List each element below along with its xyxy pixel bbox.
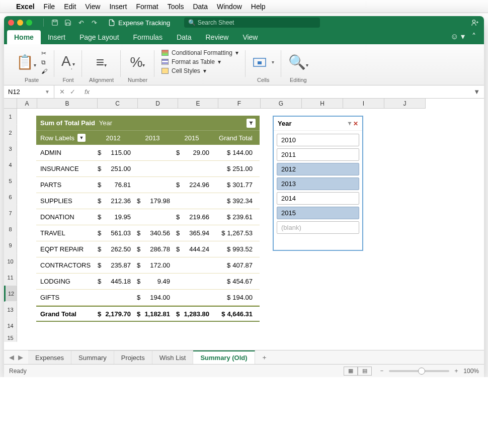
save-icon[interactable] [63, 18, 73, 28]
sheet-nav-next-icon[interactable]: ▶ [18, 353, 23, 361]
menu-view[interactable]: View [85, 3, 100, 11]
close-button[interactable] [8, 20, 14, 26]
zoom-out-icon[interactable]: － [379, 367, 385, 375]
slicer-item-2013[interactable]: 2013 [277, 177, 359, 190]
col-header-H[interactable]: H [302, 99, 343, 109]
col-header-E[interactable]: E [178, 99, 218, 109]
menu-data[interactable]: Data [193, 3, 208, 11]
cells-area[interactable]: Sum of Total Paid Year Row Labels ▼ 2012… [17, 109, 484, 350]
pivot-row[interactable]: TRAVEL $561.03 $340.56 $365.94 $1,267.53 [36, 225, 260, 241]
pivot-row[interactable]: GIFTS $194.00 $194.00 [36, 290, 260, 306]
emoji-icon[interactable]: ☺ ▾ [450, 32, 465, 41]
row-header-14[interactable]: 14 [4, 318, 17, 334]
menu-edit[interactable]: Edit [64, 3, 76, 11]
row-header-11[interactable]: 11 [4, 270, 17, 286]
row-header-10[interactable]: 10 [4, 253, 17, 270]
format-painter-icon[interactable]: 🖌 [41, 68, 47, 75]
menu-help[interactable]: Help [251, 3, 266, 11]
row-header-6[interactable]: 6 [4, 189, 17, 205]
format-as-table-button[interactable]: Format as Table ▾ [161, 58, 238, 65]
col-header-A[interactable]: A [17, 99, 37, 109]
paste-icon[interactable]: 📋▾ [16, 54, 36, 70]
slicer-item-2014[interactable]: 2014 [277, 192, 359, 205]
sheet-tab-wish-list[interactable]: Wish List [152, 350, 194, 364]
chevron-down-icon[interactable]: ▼ [45, 89, 50, 95]
zoom-in-icon[interactable]: ＋ [453, 367, 459, 375]
col-header-J[interactable]: J [384, 99, 426, 109]
row-header-3[interactable]: 3 [4, 141, 17, 157]
tab-data[interactable]: Data [170, 30, 199, 44]
redo-icon[interactable]: ↷ [89, 18, 99, 28]
menu-format[interactable]: Format [136, 3, 158, 11]
copy-icon[interactable]: ⧉ [41, 59, 47, 66]
tab-insert[interactable]: Insert [41, 30, 72, 44]
sheet-tab-expenses[interactable]: Expenses [28, 350, 71, 364]
cut-icon[interactable]: ✂ [41, 50, 47, 57]
menu-insert[interactable]: Insert [109, 3, 127, 11]
slicer-item-2012[interactable]: 2012 [277, 163, 359, 175]
slicer-item-2010[interactable]: 2010 [277, 134, 359, 146]
autosave-icon[interactable] [50, 18, 60, 28]
row-header-4[interactable]: 4 [4, 157, 17, 173]
col-header-D[interactable]: D [138, 99, 178, 109]
sheet-tab-projects[interactable]: Projects [114, 350, 152, 364]
row-header-15[interactable]: 15 [4, 334, 17, 342]
alignment-icon[interactable]: ≡▾ [96, 54, 107, 70]
expand-formula-bar-icon[interactable]: ▼ [469, 88, 484, 96]
pivot-row[interactable]: INSURANCE $251.00 $251.00 [36, 161, 260, 177]
collapse-ribbon-icon[interactable]: ˄ [472, 32, 476, 41]
sheet-tab-summary[interactable]: Summary [71, 350, 114, 364]
slicer-item-2015[interactable]: 2015 [277, 207, 359, 219]
tab-review[interactable]: Review [198, 30, 235, 44]
font-icon[interactable]: A.▾ [61, 53, 75, 71]
view-normal-icon[interactable]: ▦ [344, 367, 358, 376]
enter-formula-icon[interactable]: ✓ [70, 88, 75, 96]
cancel-formula-icon[interactable]: ✕ [59, 88, 65, 96]
pivot-col-2[interactable]: 2013 [133, 134, 172, 142]
pivot-filter-icon[interactable] [247, 119, 256, 128]
menu-tools[interactable]: Tools [168, 3, 184, 11]
menu-file[interactable]: File [44, 3, 55, 11]
undo-icon[interactable]: ↶ [76, 18, 86, 28]
fx-icon[interactable]: fx [80, 88, 94, 96]
row-header-2[interactable]: 2 [4, 125, 17, 141]
cells-icon[interactable] [253, 56, 267, 68]
pivot-row[interactable]: ADMIN $115.00 $29.00 $144.00 [36, 145, 260, 161]
number-icon[interactable]: %▾ [130, 54, 145, 70]
col-header-F[interactable]: F [218, 99, 261, 109]
formula-input[interactable] [94, 85, 469, 98]
sheet-tab-summary-old-[interactable]: Summary (Old) [193, 350, 255, 364]
row-header-12[interactable]: 12 [4, 286, 17, 302]
add-sheet-button[interactable]: ＋ [255, 353, 274, 362]
tab-home[interactable]: Home [7, 30, 41, 44]
row-header-7[interactable]: 7 [4, 205, 17, 221]
zoom-slider[interactable] [389, 370, 449, 372]
zoom-control[interactable]: － ＋ 100% [379, 367, 479, 375]
slicer-clear-filter-icon[interactable]: ✕ [347, 120, 358, 127]
pivot-row[interactable]: SUPPLIES $212.36 $179.98 $392.34 [36, 193, 260, 209]
select-all-corner[interactable] [4, 99, 17, 109]
row-header-1[interactable]: 1 [4, 109, 17, 125]
col-header-G[interactable]: G [261, 99, 302, 109]
pivot-row[interactable]: EQPT REPAIR $262.50 $286.78 $444.24 $993… [36, 241, 260, 257]
editing-icon[interactable]: 🔍▾ [288, 54, 308, 70]
tab-page-layout[interactable]: Page Layout [72, 30, 126, 44]
tab-view[interactable]: View [235, 30, 265, 44]
pivot-row[interactable]: PARTS $76.81 $224.96 $301.77 [36, 177, 260, 193]
row-header-13[interactable]: 13 [4, 302, 17, 318]
tab-formulas[interactable]: Formulas [126, 30, 170, 44]
pivot-row[interactable]: DONATION $19.95 $219.66 $239.61 [36, 209, 260, 225]
search-sheet[interactable]: 🔍 Search Sheet [184, 18, 320, 28]
row-header-8[interactable]: 8 [4, 221, 17, 237]
pivot-col-3[interactable]: 2015 [172, 134, 211, 142]
cell-styles-button[interactable]: Cell Styles ▾ [161, 67, 238, 74]
col-header-I[interactable]: I [343, 99, 384, 109]
share-icon[interactable] [470, 18, 480, 28]
view-page-layout-icon[interactable]: ▤ [358, 367, 372, 376]
row-header-9[interactable]: 9 [4, 237, 17, 253]
conditional-formatting-button[interactable]: Conditional Formatting ▾ [161, 49, 238, 56]
pivot-row[interactable]: CONTRACTORS $235.87 $172.00 $407.87 [36, 257, 260, 274]
menu-window[interactable]: Window [217, 3, 242, 11]
pivot-row-dropdown-icon[interactable]: ▼ [77, 134, 86, 142]
row-header-5[interactable]: 5 [4, 173, 17, 189]
